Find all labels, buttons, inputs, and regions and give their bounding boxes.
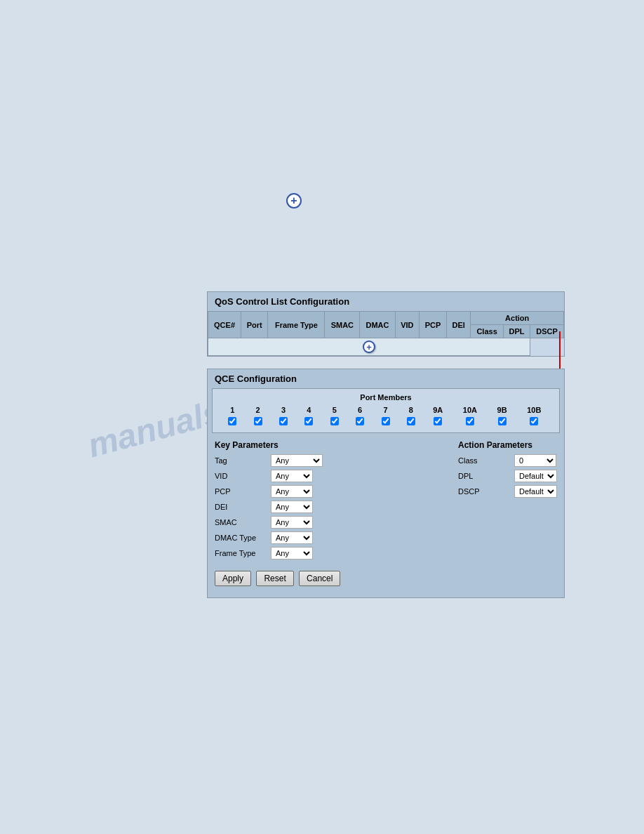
qos-table: QCE# Port Frame Type SMAC DMAC VID PCP D…	[208, 311, 564, 356]
buttons-row: Apply Reset Cancel	[208, 562, 564, 590]
port-check-9b[interactable]	[498, 417, 507, 425]
action-select-dpl[interactable]: Default 0 1 2 3	[514, 470, 557, 482]
param-select-dmac-type[interactable]: Any	[271, 531, 313, 544]
col-port: Port	[241, 312, 268, 338]
port-col-6: 6	[347, 404, 373, 416]
param-row-tag: Tag Any Untagged Tagged C-Tagged S-Tagge…	[215, 454, 444, 467]
qce-panel-title: QCE Configuration	[208, 369, 564, 388]
param-select-frame-type[interactable]: Any	[271, 547, 313, 560]
add-entry-row: +	[208, 338, 530, 356]
port-check-4[interactable]	[304, 417, 313, 425]
port-col-9a: 9A	[424, 404, 452, 416]
param-label-pcp: PCP	[215, 487, 271, 496]
port-col-5: 5	[322, 404, 347, 416]
action-row-dpl: DPL Default 0 1 2 3	[458, 470, 557, 482]
qce-panel: QCE Configuration Port Members 1 2 3 4 5…	[207, 369, 565, 598]
apply-button[interactable]: Apply	[215, 571, 251, 586]
col-frametype: Frame Type	[268, 312, 325, 338]
param-row-vid: VID Any	[215, 470, 444, 482]
port-check-7[interactable]	[382, 417, 390, 425]
col-dei: DEI	[447, 312, 471, 338]
port-check-3[interactable]	[279, 417, 288, 425]
port-check-6[interactable]	[356, 417, 364, 425]
param-select-smac[interactable]: Any	[271, 516, 313, 529]
col-action-dpl: DPL	[503, 325, 530, 338]
port-check-2[interactable]	[254, 417, 262, 425]
qos-panel: QoS Control List Configuration QCE# Port…	[207, 291, 565, 357]
port-check-8[interactable]	[407, 417, 415, 425]
param-select-vid[interactable]: Any	[271, 470, 313, 482]
param-row-frame-type: Frame Type Any	[215, 547, 444, 560]
port-members-table: 1 2 3 4 5 6 7 8 9A 10A 9B 10B	[220, 404, 552, 428]
action-params: Action Parameters Class 0 1 2 3 4 5 6 7	[458, 440, 557, 562]
port-check-10b[interactable]	[530, 417, 538, 425]
port-col-1: 1	[220, 404, 245, 416]
top-add-icon[interactable]: +	[286, 193, 302, 208]
col-dmac: DMAC	[360, 312, 395, 338]
param-row-smac: SMAC Any	[215, 516, 444, 529]
param-label-smac: SMAC	[215, 518, 271, 527]
port-col-7: 7	[373, 404, 398, 416]
port-col-9b: 9B	[488, 404, 516, 416]
action-row-dscp: DSCP Default 0 1	[458, 485, 557, 498]
param-row-dei: DEI Any	[215, 501, 444, 513]
cancel-button[interactable]: Cancel	[299, 571, 340, 586]
params-section: Key Parameters Tag Any Untagged Tagged C…	[208, 433, 564, 562]
port-check-9a[interactable]	[434, 417, 442, 425]
param-label-vid: VID	[215, 472, 271, 480]
col-action-class: Class	[471, 325, 503, 338]
action-label-dscp: DSCP	[458, 487, 514, 496]
col-vid: VID	[395, 312, 419, 338]
key-params-title: Key Parameters	[215, 440, 444, 450]
port-col-10a: 10A	[452, 404, 488, 416]
action-select-dscp[interactable]: Default 0 1	[514, 485, 557, 498]
key-params: Key Parameters Tag Any Untagged Tagged C…	[215, 440, 444, 562]
port-col-8: 8	[398, 404, 424, 416]
port-check-1[interactable]	[228, 417, 236, 425]
param-label-dei: DEI	[215, 503, 271, 511]
reset-button[interactable]: Reset	[256, 571, 293, 586]
param-row-pcp: PCP Any	[215, 485, 444, 498]
action-select-class[interactable]: 0 1 2 3 4 5 6 7	[514, 454, 556, 467]
action-label-dpl: DPL	[458, 472, 514, 480]
col-action-header: Action	[471, 312, 564, 325]
param-select-tag[interactable]: Any Untagged Tagged C-Tagged S-Tagged	[271, 454, 323, 467]
port-members-section: Port Members 1 2 3 4 5 6 7 8 9A 10A 9B	[212, 388, 560, 433]
action-params-title: Action Parameters	[458, 440, 557, 450]
port-check-10a[interactable]	[466, 417, 474, 425]
param-label-dmac-type: DMAC Type	[215, 534, 271, 542]
param-label-frame-type: Frame Type	[215, 549, 271, 557]
port-check-5[interactable]	[330, 417, 339, 425]
action-label-class: Class	[458, 456, 514, 465]
param-row-dmac-type: DMAC Type Any	[215, 531, 444, 544]
port-col-2: 2	[245, 404, 270, 416]
action-row-class: Class 0 1 2 3 4 5 6 7	[458, 454, 557, 467]
qos-panel-title: QoS Control List Configuration	[208, 292, 564, 311]
port-col-3: 3	[271, 404, 296, 416]
plus-symbol: +	[290, 194, 297, 207]
param-label-tag: Tag	[215, 456, 271, 465]
param-select-dei[interactable]: Any	[271, 501, 313, 513]
red-arrow-indicator	[559, 331, 561, 373]
param-select-pcp[interactable]: Any	[271, 485, 313, 498]
port-col-10b: 10B	[516, 404, 552, 416]
col-smac: SMAC	[325, 312, 360, 338]
col-pcp: PCP	[420, 312, 447, 338]
table-add-button[interactable]: +	[363, 340, 375, 353]
port-col-4: 4	[296, 404, 321, 416]
col-qce: QCE#	[208, 312, 241, 338]
page-container: manualsive.com + QoS Control List Config…	[0, 0, 644, 834]
port-members-label: Port Members	[220, 393, 552, 402]
